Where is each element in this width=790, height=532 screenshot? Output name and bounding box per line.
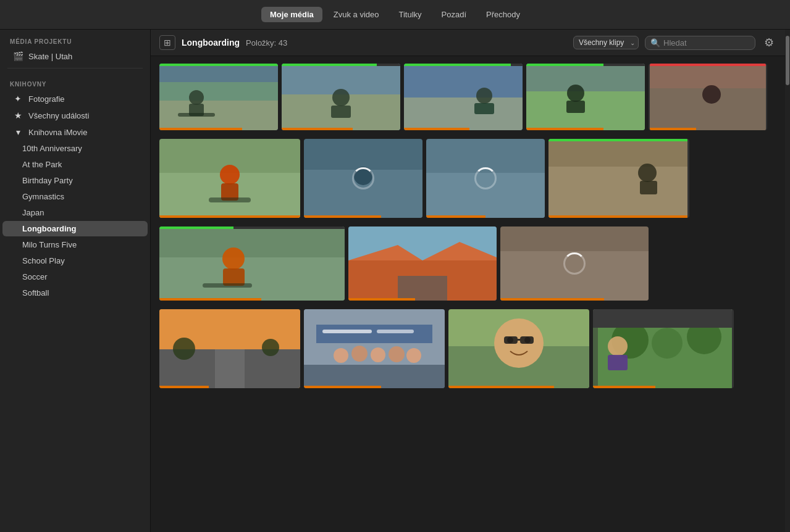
video-row-2 xyxy=(159,139,776,218)
progress-bar-bottom xyxy=(404,128,469,130)
video-clip[interactable] xyxy=(159,309,300,388)
video-clip[interactable] xyxy=(159,227,345,301)
filter-wrapper: Všechny klipy Videa Fotografie ⌄ xyxy=(573,36,639,49)
sidebar-item-longboarding[interactable]: Longboarding xyxy=(2,221,148,236)
svg-rect-71 xyxy=(518,339,520,341)
content-header: ⊞ Longboarding Položky: 43 Všechny klipy… xyxy=(151,30,785,56)
svg-rect-13 xyxy=(474,103,494,114)
loading-spinner xyxy=(563,252,586,275)
sidebar-item-softball[interactable]: Softball xyxy=(2,285,148,301)
video-row-4 xyxy=(159,309,776,388)
content-area: ⊞ Longboarding Položky: 43 Všechny klipy… xyxy=(151,30,785,532)
tab-transitions[interactable]: Přechody xyxy=(477,7,529,22)
clip-thumbnail xyxy=(304,309,445,388)
svg-rect-77 xyxy=(593,309,734,328)
progress-bar xyxy=(404,64,523,66)
clip-thumbnail xyxy=(448,309,589,388)
sidebar-item-label: 10th Anniversary xyxy=(22,144,82,153)
progress-bar-bottom xyxy=(282,128,353,130)
sidebar-item-at-the-park[interactable]: At the Park xyxy=(2,157,148,172)
video-clip[interactable] xyxy=(348,227,497,301)
tab-my-media[interactable]: Moje média xyxy=(261,7,322,22)
video-clip[interactable] xyxy=(304,139,422,218)
sidebar-divider xyxy=(7,68,143,69)
progress-bar xyxy=(526,64,645,66)
clip-thumbnail xyxy=(159,139,300,218)
content-title: Longboarding xyxy=(182,38,240,48)
sidebar-toggle-button[interactable]: ⊞ xyxy=(159,35,175,50)
svg-rect-78 xyxy=(593,309,598,388)
scrollbar[interactable] xyxy=(785,30,790,532)
video-clip[interactable] xyxy=(593,309,734,388)
video-clip[interactable] xyxy=(404,64,523,130)
sidebar-item-label: Japan xyxy=(22,208,44,217)
sidebar-item-soccer[interactable]: Soccer xyxy=(2,269,148,285)
events-icon: ★ xyxy=(12,110,23,120)
search-input[interactable] xyxy=(663,38,750,48)
svg-point-51 xyxy=(173,338,195,360)
svg-rect-11 xyxy=(404,98,523,130)
sidebar-item-school-play[interactable]: School Play xyxy=(2,253,148,268)
sidebar-item-label: Softball xyxy=(22,288,49,297)
loading-spinner xyxy=(474,167,497,189)
sidebar-item-fotografie[interactable]: ✦ Fotografie xyxy=(2,91,148,107)
sidebar-item-label: School Play xyxy=(22,256,65,265)
svg-rect-36 xyxy=(159,257,345,301)
sidebar-item-skate-utah[interactable]: 🎬 Skate | Utah xyxy=(2,48,148,64)
sidebar-item-label: Knihovna iMovie xyxy=(28,128,87,137)
video-clip[interactable] xyxy=(304,309,445,388)
sidebar-item-all-events[interactable]: ★ Všechny události xyxy=(2,107,148,123)
video-clip[interactable] xyxy=(426,139,545,218)
svg-rect-38 xyxy=(223,268,245,286)
svg-rect-2 xyxy=(159,101,278,130)
svg-point-52 xyxy=(262,339,279,356)
sidebar-item-gymnastics[interactable]: Gymnastics xyxy=(2,189,148,204)
svg-rect-69 xyxy=(504,336,518,344)
svg-rect-15 xyxy=(526,91,645,130)
svg-rect-34 xyxy=(640,181,657,194)
scrollbar-thumb[interactable] xyxy=(786,36,789,85)
sidebar-item-library-imovie[interactable]: ▾ Knihovna iMovie xyxy=(2,124,148,140)
svg-point-8 xyxy=(332,89,350,106)
sidebar-item-label: Milo Turns Five xyxy=(22,240,77,249)
progress-bar xyxy=(650,64,766,66)
progress-bar-bottom xyxy=(159,298,261,301)
progress-bar xyxy=(159,227,345,229)
tab-backgrounds[interactable]: Pozadí xyxy=(433,7,475,22)
filter-select[interactable]: Všechny klipy Videa Fotografie xyxy=(573,36,639,49)
svg-point-59 xyxy=(389,346,405,362)
progress-bar-bottom xyxy=(593,386,655,388)
video-clip[interactable] xyxy=(448,309,589,388)
video-clip[interactable] xyxy=(500,227,649,301)
sidebar-item-label: Gymnastics xyxy=(22,192,64,201)
sidebar-item-japan[interactable]: Japan xyxy=(2,205,148,220)
content-count: Položky: 43 xyxy=(246,38,287,48)
svg-point-75 xyxy=(652,328,683,359)
sidebar-item-milo-turns-five[interactable]: Milo Turns Five xyxy=(2,237,148,252)
svg-point-37 xyxy=(222,247,245,270)
video-grid xyxy=(151,56,785,532)
loading-spinner xyxy=(352,167,374,189)
sidebar: Média projektu 🎬 Skate | Utah Knihovny ✦… xyxy=(0,30,151,532)
video-clip[interactable] xyxy=(548,139,689,218)
sidebar-item-label: Soccer xyxy=(22,272,47,281)
video-clip[interactable] xyxy=(649,64,767,130)
svg-point-33 xyxy=(638,164,657,182)
video-clip[interactable] xyxy=(282,64,400,130)
svg-point-56 xyxy=(334,348,348,363)
settings-button[interactable]: ⚙ xyxy=(762,35,776,51)
sidebar-item-label: Fotografie xyxy=(28,94,65,104)
progress-bar-bottom xyxy=(448,386,554,388)
progress-bar-bottom xyxy=(500,298,604,301)
sidebar-item-label: Všechny události xyxy=(28,111,89,120)
video-clip[interactable] xyxy=(159,64,278,130)
video-clip[interactable] xyxy=(159,139,300,218)
sidebar-item-birthday-party[interactable]: Birthday Party xyxy=(2,173,148,188)
tab-audio-video[interactable]: Zvuk a video xyxy=(325,7,388,22)
tab-titles[interactable]: Titulky xyxy=(390,7,431,22)
svg-point-66 xyxy=(494,318,544,368)
svg-point-16 xyxy=(567,85,584,102)
progress-bar-bottom xyxy=(348,298,415,301)
sidebar-item-10th-anniversary[interactable]: 10th Anniversary xyxy=(2,141,148,156)
video-clip[interactable] xyxy=(526,64,645,130)
